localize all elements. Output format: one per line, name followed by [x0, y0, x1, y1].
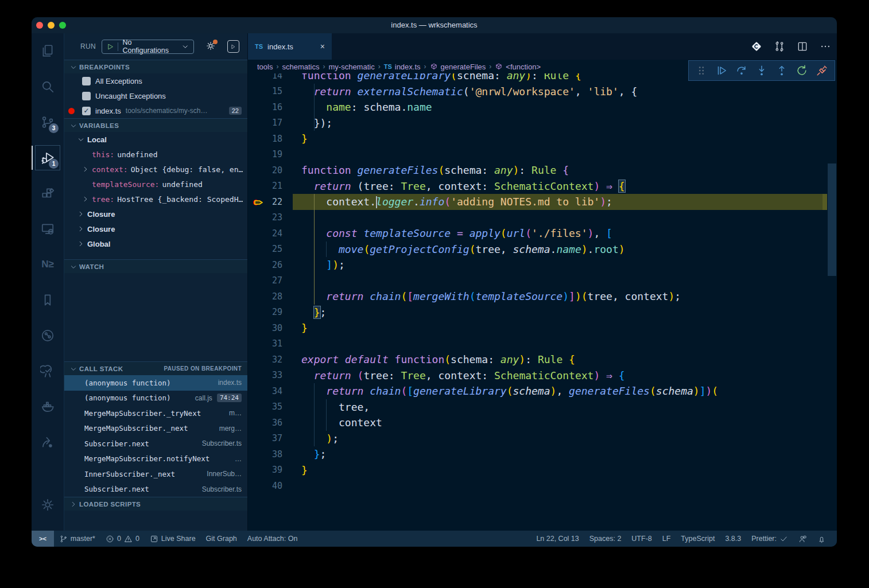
line-number: 15: [248, 86, 282, 96]
screen: index.ts — wrkschematics 31N≥ RUN No Con…: [0, 0, 869, 588]
line-content: function generateLibrary(schema: any): R…: [301, 73, 581, 81]
variables-list: Localthis:undefinedcontext:Object {debug…: [64, 132, 247, 251]
debug-console-button[interactable]: [227, 40, 239, 53]
activity-run-and-debug[interactable]: 1: [32, 140, 64, 176]
activity-docker[interactable]: [32, 389, 64, 425]
drag-handle-button[interactable]: [695, 64, 708, 77]
activity-bookmarks[interactable]: [32, 282, 64, 318]
status-live-share[interactable]: Live Share: [145, 531, 201, 547]
call-stack-frame[interactable]: MergeMapSubscriber._nextmerg…: [64, 421, 247, 437]
current-frame-breakpoint-icon[interactable]: [253, 197, 265, 207]
checkbox-unchecked[interactable]: [82, 92, 91, 100]
call-stack-section-header[interactable]: CALL STACK PAUSED ON BREAKPOINT: [64, 361, 247, 375]
variable-row[interactable]: tree:HostTree {_backend: ScopedH…: [64, 192, 247, 207]
variable-row[interactable]: templateSource:undefined: [64, 177, 247, 192]
activity-manage[interactable]: [32, 487, 64, 523]
gitlens-diamond-button[interactable]: [751, 41, 762, 52]
debug-settings-button[interactable]: [205, 41, 216, 53]
variable-row[interactable]: this:undefined: [64, 147, 247, 162]
status-git-graph[interactable]: Git Graph: [201, 531, 242, 547]
status-problems[interactable]: 00: [100, 531, 145, 547]
breadcrumb-label: index.ts: [395, 63, 421, 71]
status-eol[interactable]: LF: [657, 531, 676, 547]
checkbox-checked[interactable]: ✓: [82, 107, 91, 115]
variables-section-header[interactable]: VARIABLES: [64, 118, 247, 132]
activity-project-share[interactable]: [32, 425, 64, 460]
variable-row[interactable]: Closure: [64, 207, 247, 221]
variable-row[interactable]: Global: [64, 236, 247, 251]
breadcrumb-label: generateFiles: [441, 63, 486, 71]
launch-configuration-dropdown[interactable]: No Configurations: [102, 40, 194, 54]
disconnect-button[interactable]: [816, 64, 828, 77]
status-encoding[interactable]: UTF-8: [626, 531, 657, 547]
activity-remote-explorer[interactable]: [32, 211, 64, 247]
breadcrumb-item[interactable]: my-schematic: [329, 63, 375, 71]
loaded-scripts-section-header[interactable]: LOADED SCRIPTS: [64, 497, 247, 511]
step-over-button[interactable]: [735, 64, 748, 77]
status-git-branch[interactable]: master*: [54, 531, 100, 547]
call-stack-frame[interactable]: Subscriber.nextSubscriber.ts: [64, 482, 247, 497]
watch-section-header[interactable]: WATCH: [64, 259, 247, 273]
breadcrumb-item[interactable]: generateFiles: [430, 63, 486, 71]
activity-search[interactable]: [32, 69, 64, 104]
editor-scrollbar[interactable]: [828, 163, 836, 276]
step-into-icon: [755, 64, 768, 77]
status-notifications[interactable]: [812, 531, 831, 547]
status-cursor-position[interactable]: Ln 22, Col 13: [531, 531, 584, 547]
call-stack-frame[interactable]: (anonymous function)call.js74:24: [64, 391, 247, 406]
overview-ruler-current-line-mark: [823, 194, 827, 210]
code-line: 26 ]);: [248, 257, 837, 273]
status-language-mode[interactable]: TypeScript: [676, 531, 720, 547]
compare-changes-button[interactable]: [774, 41, 785, 52]
variable-row[interactable]: context:Object {debug: false, en…: [64, 162, 247, 177]
continue-button[interactable]: [715, 64, 728, 77]
status-indentation[interactable]: Spaces: 2: [584, 531, 627, 547]
status-bar-left: ><master*00Live ShareGit GraphAuto Attac…: [32, 531, 302, 547]
breakpoint-row[interactable]: ✓index.tstools/schematics/my-sch…22: [64, 103, 247, 118]
breadcrumb-item[interactable]: tools: [257, 63, 273, 71]
code-line: 34 return chain([generateLibrary(schema)…: [248, 383, 837, 399]
status-label: Prettier:: [751, 535, 777, 543]
chevron-down-icon: [70, 365, 77, 372]
activity-nx-console[interactable]: N≥: [32, 247, 64, 282]
chevron-down-icon: [77, 136, 84, 143]
call-stack-frame[interactable]: MergeMapSubscriber._tryNextm…: [64, 406, 247, 421]
breakpoint-row[interactable]: Uncaught Exceptions: [64, 88, 247, 103]
restart-button[interactable]: [796, 64, 808, 77]
breadcrumb-item[interactable]: schematics: [282, 63, 319, 71]
step-into-button[interactable]: [755, 64, 768, 77]
call-stack-frame[interactable]: InnerSubscriber._nextInnerSub…: [64, 466, 247, 482]
breadcrumb-item[interactable]: <function>: [495, 63, 541, 71]
breadcrumb-item[interactable]: TSindex.ts: [384, 63, 421, 71]
status-label: Auto Attach: On: [247, 535, 298, 543]
remote-indicator[interactable]: ><: [32, 531, 54, 547]
breakpoint-row[interactable]: All Exceptions: [64, 73, 247, 88]
activity-test-explorer[interactable]: [32, 353, 64, 389]
start-debug-icon[interactable]: [107, 43, 114, 50]
text-cursor: [376, 196, 377, 208]
status-feedback[interactable]: [793, 531, 812, 547]
breakpoints-section-header[interactable]: BREAKPOINTS: [64, 60, 247, 73]
variable-row[interactable]: Closure: [64, 221, 247, 236]
variable-row[interactable]: Local: [64, 132, 247, 147]
activity-source-control[interactable]: 3: [32, 104, 64, 140]
call-stack-frame[interactable]: Subscriber.nextSubscriber.ts: [64, 436, 247, 451]
split-editor-button[interactable]: [797, 41, 808, 52]
activity-gitlens[interactable]: [32, 318, 64, 353]
activity-extensions[interactable]: [32, 176, 64, 211]
call-stack-frame[interactable]: (anonymous function)index.ts: [64, 375, 247, 391]
tab-index-ts[interactable]: TS index.ts ×: [248, 33, 332, 60]
variable-value: undefined: [117, 150, 157, 159]
code-editor[interactable]: 14function generateLibrary(schema: any):…: [248, 73, 837, 531]
more-actions-button[interactable]: [820, 41, 831, 52]
step-out-button[interactable]: [775, 64, 788, 77]
checkbox-unchecked[interactable]: [82, 77, 91, 85]
status-auto-attach[interactable]: Auto Attach: On: [242, 531, 303, 547]
call-stack-frame[interactable]: MergeMapSubscriber.notifyNext…: [64, 451, 247, 467]
close-tab-icon[interactable]: ×: [320, 42, 325, 51]
status-prettier[interactable]: Prettier:: [746, 531, 793, 547]
activity-explorer[interactable]: [32, 33, 64, 69]
code-line: 36 context: [248, 415, 837, 431]
status-ts-version[interactable]: 3.8.3: [720, 531, 746, 547]
window-title: index.ts — wrkschematics: [32, 17, 837, 33]
